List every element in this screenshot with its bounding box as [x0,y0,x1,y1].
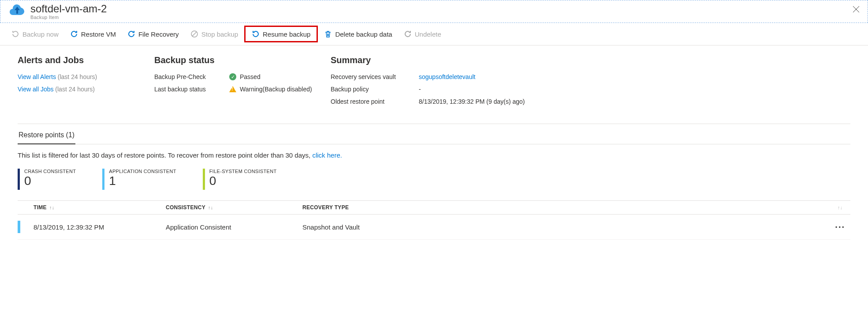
precheck-label: Backup Pre-Check [154,73,229,80]
close-icon[interactable] [853,5,860,15]
row-more-icon[interactable]: ··· [835,222,845,232]
resume-backup-button[interactable]: Resume backup [246,27,316,41]
file-recovery-label: File Recovery [138,30,179,38]
oldest-label: Oldest restore point [331,98,419,105]
crash-label: CRASH CONSISTENT [24,169,76,174]
view-jobs-suffix: (last 24 hours) [55,86,94,93]
refresh-icon [252,30,260,38]
tabs: Restore points (1) [18,127,850,144]
last-status-label: Last backup status [154,86,229,93]
col-time[interactable]: TIME ↑↓ [34,204,166,211]
consistency-counters: CRASH CONSISTENT 0 APPLICATION CONSISTEN… [18,169,850,190]
col-consistency[interactable]: CONSISTENCY ↑↓ [166,204,302,211]
alerts-heading: Alerts and Jobs [18,55,154,65]
filter-text: This list is filtered for last 30 days o… [18,144,850,169]
backup-now-label: Backup now [22,30,59,38]
file-recovery-button[interactable]: File Recovery [122,27,184,41]
app-value: 1 [109,175,176,187]
toolbar: Backup now Restore VM File Recovery Stop… [0,23,868,45]
delete-backup-data-label: Delete backup data [335,30,392,38]
cell-recovery: Snapshot and Vault [302,223,850,231]
restore-vm-button[interactable]: Restore VM [65,27,121,41]
undelete-label: Undelete [415,30,441,38]
vault-label: Recovery services vault [331,73,419,80]
file-system-consistent-counter: FILE-SYSTEM CONSISTENT 0 [203,169,277,190]
precheck-value: Passed [240,73,261,80]
filter-text-body: This list is filtered for last 30 days o… [18,151,312,159]
undo-icon [404,30,412,38]
policy-value: - [419,86,421,93]
last-status-value: Warning(Backup disabled) [240,86,312,93]
fs-label: FILE-SYSTEM CONSISTENT [209,169,277,174]
page-title: softdel-vm-am-2 [30,3,107,15]
summary-section: Summary Recovery services vault sogupsof… [331,55,577,110]
app-label: APPLICATION CONSISTENT [109,169,176,174]
bar-indicator [203,169,205,190]
application-consistent-counter: APPLICATION CONSISTENT 1 [102,169,176,190]
bar-indicator [18,169,20,190]
warning-triangle-icon [229,86,236,92]
alerts-section: Alerts and Jobs View all Alerts (last 24… [18,55,154,110]
policy-label: Backup policy [331,86,419,93]
undelete-button: Undelete [399,27,447,41]
sort-icon: ↑↓ [49,205,55,210]
fs-value: 0 [209,175,277,187]
undo-icon [127,30,135,38]
click-here-link[interactable]: click here. [312,151,342,159]
view-alerts-link[interactable]: View all Alerts [18,73,56,80]
vault-link[interactable]: sogupsoftdeletevault [419,73,475,80]
table-row[interactable]: 8/13/2019, 12:39:32 PM Application Consi… [18,215,850,240]
col-recovery[interactable]: RECOVERY TYPE [302,204,850,211]
tab-restore-points[interactable]: Restore points (1) [18,127,75,144]
backup-status-section: Backup status Backup Pre-Check ✓ Passed … [154,55,331,110]
restore-vm-label: Restore VM [81,30,116,38]
resume-backup-highlight: Resume backup [244,26,318,42]
backup-now-icon [11,30,19,38]
prohibit-icon [190,30,198,38]
stop-backup-button: Stop backup [185,27,243,41]
sort-icon: ↑↓ [208,205,213,210]
cell-time: 8/13/2019, 12:39:32 PM [34,223,166,231]
undo-icon [70,30,78,38]
check-circle-icon: ✓ [229,73,236,80]
cell-consistency: Application Consistent [166,223,302,231]
view-alerts-suffix: (last 24 hours) [58,73,97,80]
summary-heading: Summary [331,55,577,65]
stop-backup-label: Stop backup [201,30,238,38]
backup-now-button: Backup now [6,27,64,41]
page-header: softdel-vm-am-2 Backup Item [0,0,868,23]
crash-consistent-counter: CRASH CONSISTENT 0 [18,169,76,190]
backup-item-icon [8,3,26,17]
resume-backup-label: Resume backup [263,30,310,38]
status-heading: Backup status [154,55,331,65]
trash-icon [324,30,332,38]
bar-indicator [102,169,104,190]
view-jobs-link[interactable]: View all Jobs [18,86,53,93]
row-indicator [18,221,20,233]
delete-backup-data-button[interactable]: Delete backup data [319,27,397,41]
page-subtitle: Backup Item [30,15,107,20]
crash-value: 0 [24,175,76,187]
restore-points-table: TIME ↑↓ CONSISTENCY ↑↓ RECOVERY TYPE ↑↓ … [18,200,850,240]
sort-icon: ↑↓ [838,205,842,210]
svg-line-1 [192,32,197,36]
oldest-value: 8/13/2019, 12:39:32 PM (9 day(s) ago) [419,98,525,105]
